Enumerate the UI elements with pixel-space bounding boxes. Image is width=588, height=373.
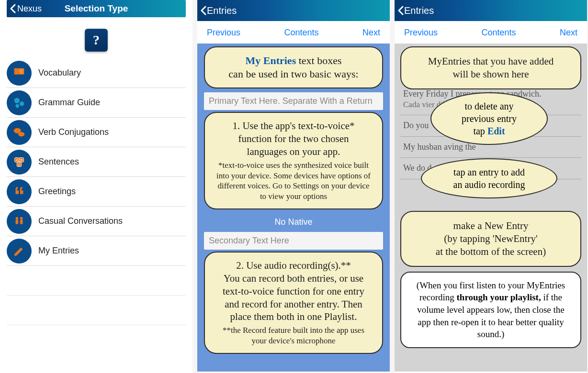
secondary-text-input[interactable]: Secondary Text Here [204,232,383,250]
oval-text: to delete any [464,101,513,111]
screen-selection-type: Nexus Selection Type ? Vocabulary Gramma… [0,0,192,373]
menu-item-label: Sentences [38,157,79,167]
bubble-small-text: *text-to-voice uses the synthesized voic… [215,160,372,202]
empty-row [7,266,186,296]
help-nav: Previous Contents Next [197,21,390,44]
empty-row [7,296,186,325]
back-button[interactable]: Entries [395,5,434,16]
back-label: Entries [207,5,237,16]
svg-text:A: A [16,158,18,162]
back-label: Nexus [17,4,42,14]
help-button[interactable]: ? [85,29,108,52]
help-oval-delete: to delete any previous entry tap Edit [430,92,548,145]
menu-item-verbs[interactable]: Verb Conjugations [7,118,186,147]
svg-point-13 [20,217,23,219]
screen-entries-help-2: Entries Previous Contents Next MyEntries… [395,0,587,373]
help-button-wrap: ? [0,29,192,52]
svg-point-2 [16,104,20,108]
oval-text: an audio recording [453,179,525,190]
help-oval-audio: tap an entry to add an audio recording [421,158,557,198]
menu-item-greetings[interactable]: Greetings [7,177,186,207]
menu-item-vocabulary[interactable]: Vocabulary [7,58,186,88]
svg-text:B: B [21,158,23,162]
nav-contents[interactable]: Contents [284,28,318,38]
list-item-primary: Do you [403,121,429,130]
no-native-label: No Native [204,213,383,230]
gears-icon [7,90,32,115]
menu-item-casual[interactable]: Casual Conversations [7,207,186,236]
bubble-text: will be shown here [452,68,529,80]
header: Nexus Selection Type [7,0,186,17]
bubble-small-text: **the Record feature built into the app … [215,325,372,346]
help-bubble-new-entry: make a New Entry (by tapping 'NewEntry' … [400,211,581,267]
bubble-text: text boxes [296,55,341,66]
edit-link[interactable]: Edit [487,126,505,136]
oval-text: tap an entry to add [453,167,525,177]
note-bold: through your playlist, [457,292,541,302]
menu-item-label: Grammar Guide [38,98,100,108]
back-button[interactable]: Nexus [7,4,42,14]
menu-list: Vocabulary Grammar Guide Verb Conjugatio… [7,58,186,325]
primary-text-input[interactable]: Primary Text Here. Separate With a Retur… [204,92,383,110]
menu-item-label: My Entries [38,246,79,256]
chevron-left-icon [10,4,16,13]
blocks-icon: ABC [7,150,32,175]
pencil-hand-icon [7,239,32,263]
people-icon [7,209,32,234]
menu-item-label: Vocabulary [38,68,81,78]
help-bubble-top: MyEntries that you have added will be sh… [400,46,581,89]
back-label: Entries [404,5,434,16]
screen-entries-help-1: Entries Previous Contents Next My Entrie… [197,0,390,373]
oval-text: tap [473,126,487,136]
bubble-text: make a New Entry [453,220,529,231]
bubble-text: 1. Use the app's text-to-voice* [232,120,354,132]
svg-point-11 [16,217,19,219]
bubble-highlight: My Entries [245,55,296,66]
menu-item-sentences[interactable]: ABC Sentences [7,147,186,177]
svg-point-4 [18,132,24,136]
help-bubble-intro: My Entries text boxes can be used in two… [204,46,383,88]
speech-bubbles-icon [7,120,32,145]
help-icon: ? [93,33,100,48]
bubble-text: 2. Use audio recording(s).** [236,260,351,271]
nav-next[interactable]: Next [560,28,577,38]
chevron-left-icon [200,5,207,16]
input-placeholder: Primary Text Here. Separate With a Retur… [209,96,373,106]
help-body: My Entries text boxes can be used in two… [197,44,390,372]
help-nav: Previous Contents Next [395,21,587,44]
help-body: MyEntries that you have added will be sh… [395,44,587,372]
svg-rect-12 [16,219,19,224]
quotes-icon [7,179,32,204]
svg-text:C: C [18,163,21,166]
help-bubble-1: 1. Use the app's text-to-voice* function… [204,112,383,209]
bubble-text: MyEntries that you have added [428,55,554,67]
back-button[interactable]: Entries [197,5,237,16]
bubble-text: at the bottom of the screen) [436,246,546,257]
bubble-text: You can record both entries, or use text… [223,273,364,323]
input-placeholder: Secondary Text Here [209,236,289,245]
bubble-text: (by tapping 'NewEntry' [444,233,537,244]
nav-previous[interactable]: Previous [207,28,240,38]
nav-next[interactable]: Next [362,28,380,38]
list-item-primary: My husban aving the [403,142,475,152]
svg-rect-14 [20,219,23,224]
header: Entries [395,0,587,21]
menu-item-label: Casual Conversations [38,216,123,226]
header: Entries [197,0,390,21]
bubble-text: can be used in two basic ways: [228,68,358,80]
bubble-text: function for the two chosen [238,133,349,144]
chevron-left-icon [397,5,404,16]
nav-contents[interactable]: Contents [481,28,516,38]
nav-previous[interactable]: Previous [404,28,438,38]
menu-item-grammar[interactable]: Grammar Guide [7,88,186,118]
oval-text: previous entry [462,113,517,124]
menu-item-label: Verb Conjugations [38,127,109,137]
svg-point-0 [14,98,20,103]
help-bubble-2: 2. Use audio recording(s).** You can rec… [204,252,383,354]
puzzle-icon [7,61,32,86]
menu-item-label: Greetings [38,186,76,197]
menu-item-myentries[interactable]: My Entries [7,236,186,266]
svg-point-1 [20,101,24,106]
help-note-volume: (When you first listen to your MyEntries… [400,272,581,348]
bubble-text: languages on your app. [247,146,340,157]
